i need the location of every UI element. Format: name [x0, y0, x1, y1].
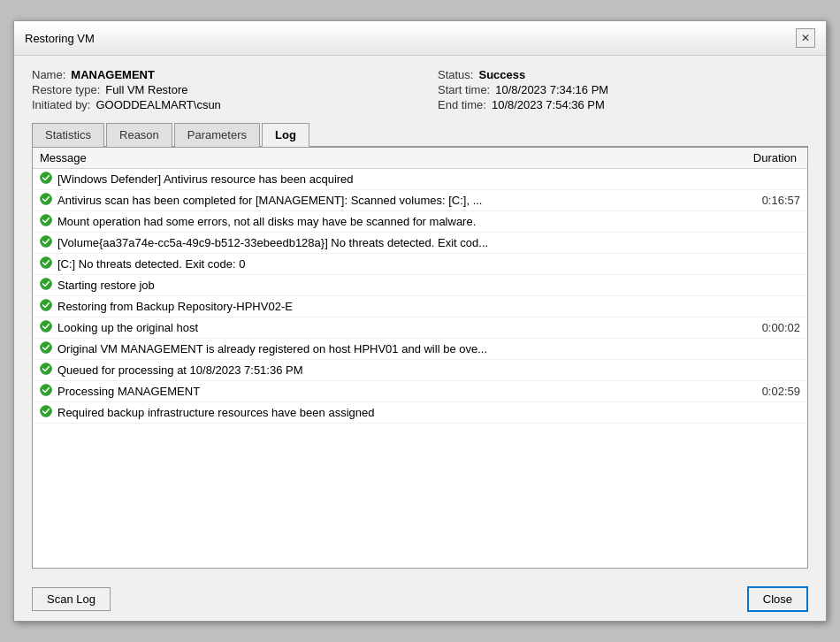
success-icon	[40, 299, 52, 314]
svg-point-3	[41, 236, 52, 248]
table-row: Mount operation had some errors, not all…	[33, 211, 807, 233]
close-button[interactable]: Close	[747, 586, 808, 612]
success-icon	[40, 384, 52, 399]
success-icon	[40, 235, 52, 250]
table-row: Processing MANAGEMENT0:02:59	[33, 381, 807, 402]
initiated-by-row: Initiated by: GOODDEALMART\csun	[32, 98, 402, 111]
title-bar: Restoring VM ✕	[14, 21, 826, 56]
log-message-text: Starting restore job	[57, 279, 729, 292]
success-icon	[40, 193, 52, 208]
name-row: Name: MANAGEMENT	[32, 68, 402, 81]
col-header-duration: Duration	[729, 151, 800, 164]
svg-point-9	[41, 363, 52, 375]
table-row: Restoring from Backup Repository-HPHV02-…	[33, 296, 807, 317]
status-value: Success	[478, 68, 525, 81]
svg-point-8	[41, 342, 52, 354]
log-message-text: [Volume{aa37a74e-cc5a-49c9-b512-33ebeedb…	[57, 236, 729, 249]
tab-log[interactable]: Log	[262, 123, 309, 147]
success-icon	[40, 363, 52, 378]
log-message-text: Original VM MANAGEMENT is already regist…	[57, 342, 729, 355]
log-message-text: Mount operation had some errors, not all…	[57, 215, 729, 228]
success-icon	[40, 405, 52, 420]
log-message-text: Processing MANAGEMENT	[57, 385, 729, 398]
log-duration-text: 0:02:59	[729, 385, 800, 398]
initiated-by-value: GOODDEALMART\csun	[96, 98, 221, 111]
svg-point-6	[41, 300, 52, 311]
log-table-header: Message Duration	[33, 148, 807, 169]
tab-bar: Statistics Reason Parameters Log	[32, 122, 808, 147]
log-message-text: Restoring from Backup Repository-HPHV02-…	[57, 300, 729, 313]
log-message-text: Looking up the original host	[57, 321, 729, 334]
svg-point-11	[41, 406, 52, 417]
log-message-text: Queued for processing at 10/8/2023 7:51:…	[57, 363, 729, 377]
table-row: [C:] No threats detected. Exit code: 0	[33, 254, 807, 275]
log-duration-text: 0:00:02	[729, 321, 800, 334]
restoring-vm-dialog: Restoring VM ✕ Name: MANAGEMENT Restore …	[13, 20, 827, 622]
table-row: Queued for processing at 10/8/2023 7:51:…	[33, 360, 807, 381]
tab-statistics[interactable]: Statistics	[32, 123, 104, 147]
footer: Scan Log Close	[14, 577, 826, 621]
success-icon	[40, 214, 52, 229]
dialog-title: Restoring VM	[25, 32, 95, 45]
tabs-section: Statistics Reason Parameters Log	[14, 122, 826, 147]
end-time-value: 10/8/2023 7:54:36 PM	[492, 98, 605, 111]
scan-log-button[interactable]: Scan Log	[32, 587, 111, 611]
table-row: Antivirus scan has been completed for [M…	[33, 190, 807, 211]
log-message-text: [Windows Defender] Antivirus resource ha…	[57, 172, 729, 186]
svg-point-1	[41, 194, 52, 205]
table-row: Looking up the original host0:00:02	[33, 317, 807, 339]
initiated-by-label: Initiated by:	[32, 98, 91, 111]
col-header-message: Message	[40, 151, 729, 164]
window-close-button[interactable]: ✕	[796, 28, 815, 48]
info-section: Name: MANAGEMENT Restore type: Full VM R…	[14, 56, 826, 122]
table-row: [Volume{aa37a74e-cc5a-49c9-b512-33ebeedb…	[33, 233, 807, 254]
end-time-label: End time:	[438, 98, 486, 111]
start-time-value: 10/8/2023 7:34:16 PM	[495, 83, 608, 96]
success-icon	[40, 278, 52, 293]
restore-type-value: Full VM Restore	[105, 83, 187, 96]
status-label: Status:	[438, 68, 473, 81]
success-icon	[40, 320, 52, 335]
log-table-body[interactable]: [Windows Defender] Antivirus resource ha…	[33, 169, 807, 568]
log-message-text: Antivirus scan has been completed for [M…	[57, 194, 729, 207]
success-icon	[40, 256, 52, 271]
table-row: Required backup infrastructure resources…	[33, 402, 807, 424]
tab-parameters[interactable]: Parameters	[174, 123, 260, 147]
name-label: Name:	[32, 68, 65, 81]
info-left-column: Name: MANAGEMENT Restore type: Full VM R…	[32, 68, 402, 113]
success-icon	[40, 172, 52, 187]
tab-reason[interactable]: Reason	[106, 123, 172, 147]
success-icon	[40, 341, 52, 356]
log-duration-text: 0:16:57	[729, 194, 800, 207]
end-time-row: End time: 10/8/2023 7:54:36 PM	[438, 98, 808, 111]
svg-point-7	[41, 321, 52, 332]
svg-point-0	[41, 172, 52, 184]
svg-point-10	[41, 385, 52, 396]
svg-point-4	[41, 257, 52, 269]
start-time-label: Start time:	[438, 83, 490, 96]
table-row: Starting restore job	[33, 275, 807, 296]
table-row: Original VM MANAGEMENT is already regist…	[33, 339, 807, 360]
svg-point-2	[41, 215, 52, 226]
name-value: MANAGEMENT	[71, 68, 155, 81]
log-message-text: Required backup infrastructure resources…	[57, 406, 729, 419]
log-message-text: [C:] No threats detected. Exit code: 0	[57, 257, 729, 271]
start-time-row: Start time: 10/8/2023 7:34:16 PM	[438, 83, 808, 96]
restore-type-row: Restore type: Full VM Restore	[32, 83, 402, 96]
svg-point-5	[41, 279, 52, 290]
table-row: [Windows Defender] Antivirus resource ha…	[33, 169, 807, 190]
restore-type-label: Restore type:	[32, 83, 100, 96]
status-row: Status: Success	[438, 68, 808, 81]
log-table-container: Message Duration [Windows Defender] Anti…	[32, 147, 808, 569]
info-right-column: Status: Success Start time: 10/8/2023 7:…	[438, 68, 808, 113]
